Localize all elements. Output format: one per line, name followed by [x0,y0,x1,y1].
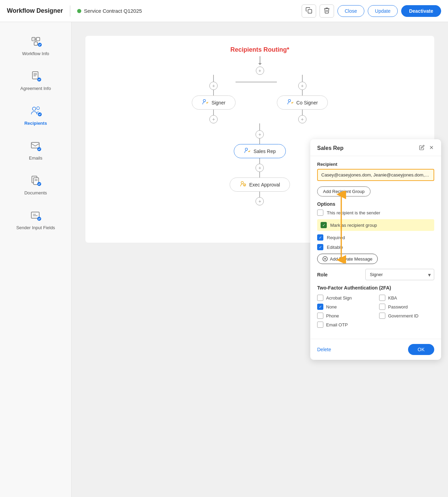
co-signer-node-label: Co Signer [296,100,318,105]
signer-node[interactable]: Signer [192,95,235,110]
twofa-phone-label: Phone [326,313,339,318]
required-option-row: Required [317,234,434,241]
connector-line-1 [260,56,260,63]
twofa-government-id-checkbox[interactable] [379,313,385,319]
svg-point-29 [241,182,243,184]
twofa-none-label: None [326,304,337,310]
sidebar-item-recipients[interactable]: Recipients [8,99,63,131]
svg-rect-7 [32,72,38,79]
add-node-button-below-sales[interactable]: + [256,164,264,172]
app-body: Workflow Info Agreement Info [0,22,448,497]
exec-approval-node[interactable]: Exec Approval [230,178,290,192]
twofa-phone-checkbox[interactable] [317,313,323,319]
recipient-input[interactable] [317,169,434,181]
add-node-button-1[interactable]: + [256,67,264,75]
copy-icon-button[interactable] [302,4,316,18]
routing-title-row: Recipients Routing* [230,46,289,53]
role-label: Role [317,272,327,277]
sales-rep-node-label: Sales Rep [253,149,276,154]
add-node-button-left-bottom[interactable]: + [209,115,218,123]
add-private-message-label: Add Private Message [330,256,373,262]
popup-header: Sales Rep [310,139,441,156]
sender-checkbox[interactable] [317,210,323,216]
documents-icon-wrapper [28,173,43,188]
sidebar-item-emails[interactable]: Emails [8,133,63,165]
sales-rep-node[interactable]: Sales Rep [234,144,286,158]
workflow-info-icon [30,35,42,48]
sidebar-item-label: Recipients [24,121,47,126]
popup-footer: Delete OK [310,339,441,360]
main-content: Recipients Routing* + + [72,22,448,497]
exec-approval-node-label: Exec Approval [249,182,280,187]
sidebar-item-label: Workflow Info [22,51,49,56]
svg-rect-3 [34,42,38,45]
add-node-button-left[interactable]: + [209,82,218,90]
contract-name: Service Contract Q12025 [84,8,142,14]
sidebar-item-label: Emails [29,155,42,161]
plus-circle-icon [322,256,328,262]
add-node-button-right-bottom[interactable]: + [298,115,306,123]
twofa-password-checkbox[interactable] [379,304,385,310]
popup-body: Recipient Add Recipient Group Options Th… [310,156,441,339]
popup-title: Sales Rep [317,145,343,151]
deactivate-button[interactable]: Deactivate [401,5,441,17]
documents-icon [30,174,42,187]
twofa-email-otp: Email OTP [317,322,372,328]
sender-option-label: This recipient is the sender [327,210,380,215]
twofa-email-otp-checkbox[interactable] [317,322,323,328]
add-private-message-button[interactable]: Add Private Message [317,254,378,264]
right-branch: + Co Signer [277,75,328,123]
delete-icon-button[interactable] [320,4,334,18]
twofa-acrobat-sign-checkbox[interactable] [317,295,323,301]
mark-group-checkbox[interactable] [321,222,327,228]
sidebar-item-agreement-info[interactable]: Agreement Info [8,64,63,96]
sidebar: Workflow Info Agreement Info [0,22,72,497]
co-signer-node-icon [287,99,294,106]
contract-info: Service Contract Q12025 [77,8,142,14]
svg-point-27 [288,100,291,102]
twofa-none-checkbox[interactable] [317,304,323,310]
editable-option-label: Editable [327,245,343,250]
sidebar-item-documents[interactable]: Documents [8,168,63,200]
signer-node-label: Signer [211,100,225,105]
add-node-button-bottom[interactable]: + [256,197,264,205]
recipients-icon [30,105,42,117]
sales-rep-popup: Sales Rep [310,139,441,360]
update-button[interactable]: Update [368,5,398,17]
role-select-wrapper: Signer Approver Acceptor Form Filler Cer… [365,269,434,280]
twofa-government-id-label: Government ID [388,313,418,318]
twofa-email-otp-label: Email OTP [326,322,348,327]
close-button[interactable]: Close [337,5,364,17]
sender-option-row: This recipient is the sender [317,210,434,216]
recipients-icon-wrapper [28,103,43,119]
svg-point-12 [32,107,36,111]
edit-icon-button[interactable] [419,145,425,152]
ok-button[interactable]: OK [408,344,434,355]
twofa-kba-checkbox[interactable] [379,295,385,301]
twofa-grid: Acrobat Sign KBA None Pass [317,295,434,328]
recipient-field-label: Recipient [317,162,434,167]
add-node-button-right[interactable]: + [298,82,306,90]
sidebar-item-sender-input-fields[interactable]: Sender Input Fields [8,203,63,235]
editable-checkbox[interactable] [317,244,323,250]
options-section-title: Options [317,201,434,207]
co-signer-node[interactable]: Co Signer [277,95,328,110]
twofa-title: Two-Factor Authentication (2FA) [317,285,434,291]
close-popup-button[interactable] [429,145,434,152]
add-node-button-merge[interactable]: + [256,130,264,139]
branch-row: + Signer [192,75,328,123]
popup-header-actions [419,145,434,152]
exec-approval-node-icon [240,181,247,189]
header: Workflow Designer Service Contract Q1202… [0,0,448,22]
role-select[interactable]: Signer Approver Acceptor Form Filler Cer… [365,269,434,280]
sidebar-item-label: Agreement Info [20,86,51,91]
required-checkbox[interactable] [317,234,323,241]
agreement-info-icon-wrapper [28,69,43,84]
sidebar-item-workflow-info[interactable]: Workflow Info [8,29,63,61]
twofa-acrobat-sign: Acrobat Sign [317,295,372,301]
delete-button[interactable]: Delete [317,347,331,352]
twofa-none: None [317,304,372,310]
role-row: Role Signer Approver Acceptor Form Fille… [317,269,434,280]
sales-rep-node-icon [244,147,251,155]
add-recipient-group-button[interactable]: Add Recipient Group [317,186,371,196]
